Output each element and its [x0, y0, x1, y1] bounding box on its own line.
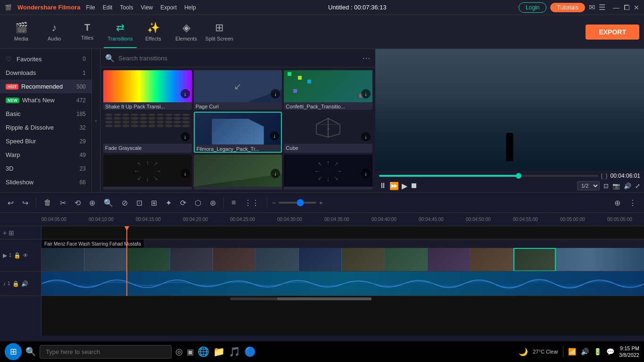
toolbar-splitscreen[interactable]: ⊞ Split Screen [203, 16, 236, 48]
notifications-icon[interactable]: ✉ [589, 3, 595, 12]
taskbar-taskview-button[interactable]: ▣ [187, 347, 194, 356]
sidebar-item-slideshow[interactable]: Slideshow 66 [0, 175, 91, 189]
redo-button[interactable]: ↪ [19, 197, 31, 209]
menu-view[interactable]: View [140, 4, 153, 11]
download-fadegrayscale-button[interactable]: ↓ [181, 132, 190, 141]
menu-file[interactable]: File [86, 4, 95, 11]
transition-item-arrows1[interactable]: ↑ ↓ ← → ↖ ↗ ↙ ↘ ↓ [103, 155, 192, 189]
toolbar-elements[interactable]: ◈ Elements [170, 16, 203, 48]
download-arrows1-button[interactable]: ↓ [181, 169, 190, 178]
taskbar-app1-button[interactable]: 🎵 [229, 346, 240, 357]
taskbar-cortana-button[interactable]: ◎ [175, 346, 183, 357]
rotate-button[interactable]: ⟳ [177, 197, 189, 209]
toolbar-effects[interactable]: ✨ Effects [137, 16, 170, 48]
search-taskbar-button[interactable]: 🔍 [25, 346, 36, 357]
track-options-button[interactable]: ⋮ [626, 197, 639, 209]
split-track-button[interactable]: ≡ [229, 197, 239, 209]
color-button[interactable]: ⊡ [133, 197, 145, 209]
sidebar-item-whatsnew[interactable]: NEW What's New 472 [0, 93, 91, 107]
transition-item-fadegrayscale[interactable]: Fade Grayscale ↓ [103, 112, 192, 153]
menu-tools[interactable]: Tools [120, 4, 133, 11]
delete-button[interactable]: 🗑 [41, 197, 54, 209]
step-forward-button[interactable]: ⏩ [389, 181, 399, 190]
notification-icon[interactable]: 💬 [606, 348, 614, 355]
transition-item-shake[interactable]: Shake It Up Pack Transi... ↓ [103, 70, 192, 110]
sidebar-item-favorites[interactable]: ♡ Favorites 0 [0, 52, 91, 66]
toolbar-titles[interactable]: T Titles [71, 16, 104, 48]
zoom-slider[interactable] [279, 202, 316, 204]
volume-icon[interactable]: 🔊 [581, 348, 589, 355]
adjust-button[interactable]: ✦ [163, 197, 174, 209]
sidebar-item-downloads[interactable]: Downloads 1 [0, 66, 91, 80]
transition-item-cube[interactable]: → Cube ↓ [284, 112, 372, 153]
sidebar-item-3d[interactable]: 3D 23 [0, 162, 91, 175]
settings-icon[interactable]: ☰ [599, 3, 605, 12]
transition-item-page2[interactable]: ↓ [194, 155, 282, 189]
transition-item-pagecurl[interactable]: ↙ Page Curl ↓ [194, 70, 282, 110]
add-video-track2-button[interactable]: ⊞ [8, 229, 14, 237]
mute-audio-track-button[interactable]: 🔊 [21, 280, 28, 287]
maximize-button[interactable]: ⧠ [623, 4, 630, 11]
crop-button[interactable]: ⟲ [72, 197, 83, 209]
playhead[interactable] [126, 226, 127, 296]
progress-bar[interactable] [379, 175, 598, 177]
speed-button[interactable]: ⊕ [86, 197, 98, 209]
stop-button[interactable]: ⏹ [410, 181, 418, 190]
ai-button[interactable]: ⊘ [119, 197, 131, 209]
audio-track[interactable] [41, 272, 644, 296]
taskbar-edge-button[interactable]: 🌐 [198, 346, 209, 357]
grid-toggle-icon[interactable]: ⋯ [362, 53, 371, 63]
audio-edit-button[interactable]: ⊛ [207, 197, 219, 209]
menu-export[interactable]: Export [160, 4, 177, 11]
undo-button[interactable]: ↩ [5, 197, 17, 209]
download-arrows2-button[interactable]: ↓ [361, 169, 371, 178]
sidebar-collapse-button[interactable]: ‹ [92, 49, 100, 192]
volume-button[interactable]: 🔊 [624, 182, 631, 189]
audio-clip-button[interactable]: ⋮⋮ [241, 197, 262, 209]
toolbar-transitions[interactable]: ⇄ Transitions [104, 16, 137, 48]
sidebar-item-warp[interactable]: Warp 49 [0, 148, 91, 162]
transition-item-confetti[interactable]: Confetti_Pack_Transitio... ↓ [284, 70, 372, 110]
menu-help[interactable]: Help [184, 4, 196, 11]
play-button[interactable]: ▶ [402, 181, 407, 190]
zoom-in-button[interactable]: 🔍 [101, 197, 116, 209]
toolbar-audio[interactable]: ♪ Audio [38, 16, 71, 48]
taskbar-files-button[interactable]: 📁 [213, 346, 225, 357]
add-video-track-button[interactable]: + [3, 229, 7, 237]
taskbar-search-input[interactable] [40, 345, 172, 359]
close-button[interactable]: ✕ [634, 4, 639, 11]
fullscreen-button[interactable]: ⊡ [603, 182, 609, 189]
lock-audio-track-button[interactable]: 🔒 [12, 280, 19, 287]
add-track-button[interactable]: ⊕ [611, 197, 623, 209]
taskbar-time[interactable]: 9:15 PM 3/8/2022 [619, 345, 639, 359]
sidebar-item-speedblur[interactable]: Speed Blur 29 [0, 134, 91, 148]
transition-item-arrows2[interactable]: ↑ ↓ ← → ↖ ↗ ↙ ↘ ↓ [284, 155, 372, 189]
hide-video-track-button[interactable]: 👁 [23, 252, 28, 259]
quality-select[interactable]: 1/2 1/4 Full [577, 181, 600, 190]
track-area[interactable]: Fair Menz Face Wash Starring Fahad Musta… [41, 226, 644, 336]
lock-video-track-button[interactable]: 🔒 [14, 252, 21, 259]
sidebar-item-recommended[interactable]: HOT Recommended 500 [0, 80, 91, 93]
login-button[interactable]: Login [519, 2, 546, 13]
download-cube-button[interactable]: ↓ [361, 132, 371, 141]
video-track[interactable]: Fair Menz Face Wash Starring Fahad Musta… [41, 239, 644, 272]
mask-button[interactable]: ⬡ [192, 197, 204, 209]
expand-button[interactable]: ⤢ [635, 182, 640, 189]
search-input[interactable] [118, 55, 358, 62]
menu-edit[interactable]: Edit [103, 4, 113, 11]
cut-button[interactable]: ✂ [57, 197, 69, 209]
start-button[interactable]: ⊞ [5, 343, 22, 360]
stabilize-button[interactable]: ⊞ [148, 197, 160, 209]
transition-item-filmora[interactable]: Filmora_Legacy_Pack_Tr... ↓ [194, 112, 282, 153]
screenshot-button[interactable]: 📷 [612, 182, 620, 189]
download-pagecurl-button[interactable]: ↓ [271, 89, 280, 99]
pause-button[interactable]: ⏸ [379, 181, 387, 190]
minimize-button[interactable]: — [613, 4, 619, 11]
export-button[interactable]: EXPORT [586, 25, 639, 40]
download-confetti-button[interactable]: ↓ [361, 89, 371, 99]
download-shake-button[interactable]: ↓ [181, 89, 190, 99]
tutorials-button[interactable]: Tutorials [550, 3, 585, 12]
sidebar-item-basic[interactable]: Basic 185 [0, 107, 91, 121]
toolbar-media[interactable]: 🎬 Media [5, 16, 38, 48]
wifi-icon[interactable]: 📶 [568, 348, 576, 355]
